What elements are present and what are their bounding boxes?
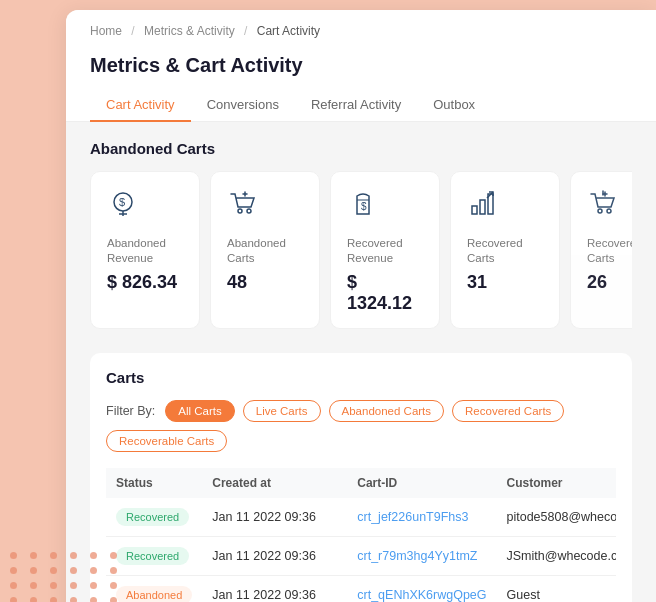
status-badge-recovered-1: Recovered: [116, 508, 189, 526]
row-3-cart-id: crt_qENhXK6rwgQpeG: [347, 575, 496, 602]
row-3-created-at: Jan 11 2022 09:36: [202, 575, 347, 602]
breadcrumb-metrics[interactable]: Metrics & Activity: [144, 24, 235, 38]
row-1-cart-id: crt_jef226unT9Fhs3: [347, 498, 496, 537]
decoration-dot: [90, 552, 97, 559]
abandoned-carts-section-title: Abandoned Carts: [90, 140, 632, 157]
tab-cart-activity[interactable]: Cart Activity: [90, 89, 191, 122]
recovered-carts-2-icon: [587, 188, 632, 224]
decoration-dot: [90, 597, 97, 602]
table-row: Abandoned Jan 11 2022 09:36 crt_qENhXK6r…: [106, 575, 616, 602]
recovered-carts-icon: [467, 188, 543, 224]
svg-point-8: [598, 209, 602, 213]
stat-card-abandoned-revenue: $ Abandoned Revenue $ 826.34: [90, 171, 200, 329]
decoration-dot: [110, 597, 117, 602]
row-1-customer: pitode5808@whecode.com: [497, 498, 616, 537]
breadcrumb: Home / Metrics & Activity / Cart Activit…: [66, 10, 656, 46]
filter-recoverable-carts[interactable]: Recoverable Carts: [106, 430, 227, 452]
filter-live-carts[interactable]: Live Carts: [243, 400, 321, 422]
svg-rect-5: [472, 206, 477, 214]
filter-row: Filter By: All Carts Live Carts Abandone…: [106, 400, 616, 452]
decoration-dot: [70, 582, 77, 589]
decoration-dot: [10, 597, 17, 602]
recovered-carts-2-value: 26: [587, 272, 632, 293]
recovered-carts-label: Recovered Carts: [467, 236, 543, 266]
stats-cards-row: $ Abandoned Revenue $ 826.34: [90, 171, 632, 329]
decoration-dot: [70, 597, 77, 602]
main-panel: Home / Metrics & Activity / Cart Activit…: [66, 10, 656, 602]
content-area: Abandoned Carts $ Abandoned Revenue $ 82…: [66, 122, 656, 602]
decoration-dot: [110, 552, 117, 559]
page-title: Metrics & Cart Activity: [90, 54, 632, 77]
row-3-customer: Guest: [497, 575, 616, 602]
decoration-dot: [110, 582, 117, 589]
decoration-dot: [10, 567, 17, 574]
recovered-carts-value: 31: [467, 272, 543, 293]
status-badge-recovered-2: Recovered: [116, 547, 189, 565]
breadcrumb-home[interactable]: Home: [90, 24, 122, 38]
cart-id-link-2[interactable]: crt_r79m3hg4Yy1tmZ: [357, 549, 477, 563]
table-row: Recovered Jan 11 2022 09:36 crt_jef226un…: [106, 498, 616, 537]
col-status: Status: [106, 468, 202, 498]
table-header-row: Status Created at Cart-ID Customer: [106, 468, 616, 498]
decoration-dot: [10, 582, 17, 589]
recovered-revenue-value: $ 1324.12: [347, 272, 423, 314]
filter-recovered-carts[interactable]: Recovered Carts: [452, 400, 564, 422]
decoration-dot: [90, 582, 97, 589]
breadcrumb-sep-2: /: [244, 24, 247, 38]
page-header: Metrics & Cart Activity Cart Activity Co…: [66, 46, 656, 122]
svg-point-9: [607, 209, 611, 213]
stat-card-abandoned-carts: Abandoned Carts 48: [210, 171, 320, 329]
svg-point-2: [238, 209, 242, 213]
decoration-dot: [110, 567, 117, 574]
carts-section-title: Carts: [106, 369, 616, 386]
stat-card-recovered-carts-2: Recovered Carts 26: [570, 171, 632, 329]
recovered-carts-2-label: Recovered Carts: [587, 236, 632, 266]
tab-outbox[interactable]: Outbox: [417, 89, 491, 122]
decoration-dot: [30, 597, 37, 602]
decoration-dot: [50, 582, 57, 589]
decoration-dot: [30, 582, 37, 589]
filter-all-carts[interactable]: All Carts: [165, 400, 234, 422]
row-1-created-at: Jan 11 2022 09:36: [202, 498, 347, 537]
row-2-customer: JSmith@whecode.com: [497, 536, 616, 575]
row-2-created-at: Jan 11 2022 09:36: [202, 536, 347, 575]
stat-card-recovered-revenue: $ Recovered Revenue $ 1324.12: [330, 171, 440, 329]
cart-id-link-1[interactable]: crt_jef226unT9Fhs3: [357, 510, 468, 524]
abandoned-revenue-label: Abandoned Revenue: [107, 236, 183, 266]
decoration-dot: [50, 567, 57, 574]
breadcrumb-sep-1: /: [131, 24, 134, 38]
svg-text:$: $: [119, 196, 125, 208]
abandoned-carts-icon: [227, 188, 303, 224]
filter-abandoned-carts[interactable]: Abandoned Carts: [329, 400, 445, 422]
breadcrumb-current: Cart Activity: [257, 24, 320, 38]
recovered-revenue-label: Recovered Revenue: [347, 236, 423, 266]
status-badge-abandoned-1: Abandoned: [116, 586, 192, 602]
tab-referral-activity[interactable]: Referral Activity: [295, 89, 417, 122]
carts-section: Carts Filter By: All Carts Live Carts Ab…: [90, 353, 632, 602]
svg-point-3: [247, 209, 251, 213]
abandoned-carts-label: Abandoned Carts: [227, 236, 303, 266]
dots-decoration: [10, 552, 122, 602]
abandoned-revenue-icon: $: [107, 188, 183, 224]
abandoned-revenue-value: $ 826.34: [107, 272, 183, 293]
filter-label: Filter By:: [106, 404, 155, 418]
carts-table: Status Created at Cart-ID Customer Recov…: [106, 468, 616, 602]
decoration-dot: [50, 597, 57, 602]
col-created-at: Created at: [202, 468, 347, 498]
carts-table-container: Status Created at Cart-ID Customer Recov…: [106, 468, 616, 602]
decoration-dot: [70, 552, 77, 559]
row-2-cart-id: crt_r79m3hg4Yy1tmZ: [347, 536, 496, 575]
decoration-dot: [50, 552, 57, 559]
cart-id-link-3[interactable]: crt_qENhXK6rwgQpeG: [357, 588, 486, 602]
stat-card-recovered-carts: Recovered Carts 31: [450, 171, 560, 329]
decoration-dot: [10, 552, 17, 559]
col-customer: Customer: [497, 468, 616, 498]
table-row: Recovered Jan 11 2022 09:36 crt_r79m3hg4…: [106, 536, 616, 575]
tab-conversions[interactable]: Conversions: [191, 89, 295, 122]
abandoned-carts-value: 48: [227, 272, 303, 293]
decoration-dot: [30, 567, 37, 574]
decoration-dot: [30, 552, 37, 559]
decoration-dot: [70, 567, 77, 574]
decoration-dot: [90, 567, 97, 574]
recovered-revenue-icon: $: [347, 188, 423, 224]
